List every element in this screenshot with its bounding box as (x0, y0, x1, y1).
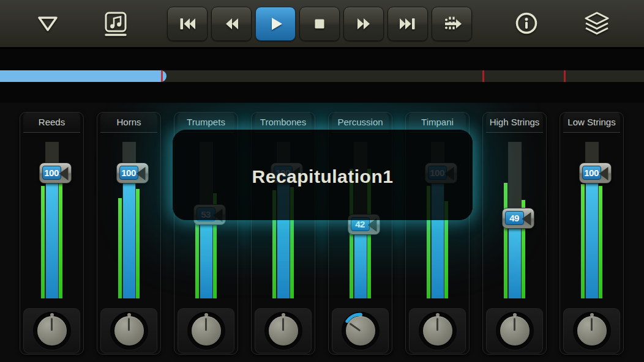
meter-left (195, 215, 199, 298)
rewind-icon (219, 12, 244, 36)
transport-controls (167, 7, 472, 41)
channel-strip: Reeds 100 (20, 112, 84, 355)
fader-value-text: 100 (584, 168, 599, 178)
channel-name-label: Percussion (337, 117, 383, 127)
skip-to-start-icon (175, 12, 200, 36)
fader-value: 100 (42, 166, 61, 180)
mixer-panel: Reeds 100 Horns (0, 103, 644, 362)
fader-fill (354, 224, 367, 298)
meter-left (41, 186, 45, 298)
knob-face (114, 316, 144, 345)
info-icon[interactable] (512, 10, 541, 38)
timeline-track[interactable] (0, 70, 644, 82)
stop-icon (307, 12, 332, 36)
pan-knob[interactable] (187, 312, 225, 350)
timeline-progress-fill (0, 70, 167, 82)
knob-pointer (349, 323, 361, 332)
fader-value: 100 (119, 166, 138, 180)
fader-fill (123, 173, 135, 298)
fader-handle[interactable]: 100 (116, 163, 149, 183)
pan-panel (255, 308, 312, 353)
pan-knob[interactable] (496, 312, 534, 350)
knob-face (423, 316, 452, 345)
channel-name-label: Horns (116, 117, 141, 127)
fader-value-text: 100 (44, 168, 59, 178)
pan-panel (332, 308, 389, 353)
timeline-section (0, 49, 644, 103)
fader-handle[interactable]: 100 (579, 163, 612, 183)
fader-area: 100 (20, 133, 83, 301)
knob-face (192, 316, 221, 345)
knob-face (269, 316, 298, 345)
layers-icon[interactable] (582, 10, 612, 37)
knob-pointer (436, 318, 438, 331)
channel-header: Low Strings (563, 113, 620, 133)
channel-strip: Horns 100 (97, 112, 161, 355)
music-library-icon[interactable] (102, 10, 130, 38)
section-name-overlay: Recapitulation1 (173, 130, 473, 220)
play-button[interactable] (255, 7, 296, 41)
pan-knob[interactable] (419, 312, 457, 350)
fast-forward-icon (351, 12, 376, 36)
meter-right (599, 186, 602, 298)
channel-strip: High Strings 49 (482, 112, 547, 355)
pan-knob[interactable] (573, 312, 611, 350)
meter-left (504, 183, 507, 298)
pan-panel (100, 308, 157, 353)
fader-area: 100 (560, 133, 623, 301)
pan-knob[interactable] (33, 312, 71, 350)
fader-fill (586, 173, 598, 298)
knob-face (346, 316, 375, 345)
fader-value: 49 (505, 211, 524, 225)
fader-value-text: 42 (355, 219, 365, 229)
knob-pointer (205, 318, 207, 331)
knob-pointer (591, 318, 593, 331)
channel-name-label: Timpani (421, 117, 454, 127)
rewind-button[interactable] (211, 7, 252, 41)
mixer-app: Reeds 100 Horns (0, 0, 644, 362)
pan-knob[interactable] (110, 312, 148, 350)
toolbar (0, 0, 644, 49)
fader-handle[interactable]: 100 (39, 163, 72, 183)
channel-name-label: High Strings (490, 117, 540, 127)
meter-right (59, 183, 62, 298)
channel-name-label: Reeds (39, 117, 65, 127)
pan-panel (23, 308, 80, 353)
skip-to-end-button[interactable] (388, 7, 428, 41)
playhead-marker (161, 70, 163, 82)
channel-header: High Strings (486, 113, 543, 133)
skip-to-end-icon (395, 12, 420, 36)
fader-value: 100 (582, 166, 601, 180)
knob-pointer (128, 318, 130, 331)
fader-area: 49 (483, 133, 546, 301)
channel-name-label: Trombones (260, 117, 306, 127)
jump-to-marker-button[interactable] (432, 7, 472, 41)
channel-header: Reeds (23, 113, 80, 133)
knob-face (37, 316, 67, 345)
section-marker (482, 70, 484, 82)
pan-panel (486, 308, 543, 353)
stop-button[interactable] (299, 7, 340, 41)
fader-handle[interactable]: 49 (502, 208, 534, 229)
channel-name-label: Trumpets (187, 117, 225, 127)
meter-left (581, 184, 585, 298)
knob-pointer (282, 318, 284, 331)
pan-knob[interactable] (264, 312, 302, 350)
fader-area: 100 (97, 133, 160, 301)
fader-fill (509, 218, 521, 298)
knob-face (577, 316, 607, 345)
fast-forward-button[interactable] (343, 7, 384, 41)
channel-name-label: Low Strings (567, 117, 615, 127)
section-marker (564, 70, 566, 82)
skip-to-start-button[interactable] (167, 7, 208, 41)
knob-pointer (51, 318, 53, 331)
pan-knob[interactable] (342, 312, 380, 350)
channel-strip: Low Strings 100 (560, 112, 624, 355)
section-name-title: Recapitulation1 (252, 163, 394, 187)
meter-right (136, 189, 140, 298)
meter-left (118, 198, 122, 298)
fader-value-text: 100 (121, 168, 136, 178)
collapse-triangle-icon[interactable] (34, 10, 61, 37)
fader-fill (46, 173, 58, 298)
channel-header: Horns (100, 113, 157, 133)
